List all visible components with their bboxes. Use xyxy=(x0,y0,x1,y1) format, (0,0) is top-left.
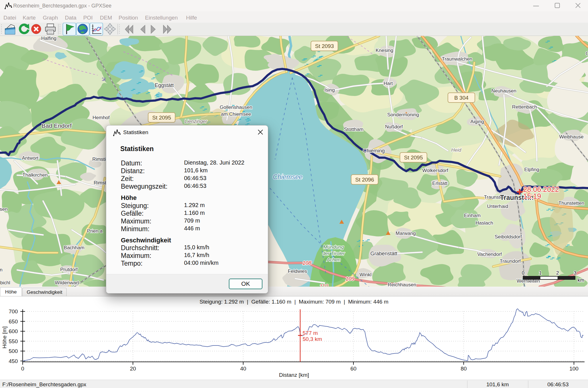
svg-text:20: 20 xyxy=(130,366,136,372)
svg-text:577 m: 577 m xyxy=(303,330,318,336)
svg-text:450: 450 xyxy=(9,358,18,364)
svg-text:60: 60 xyxy=(350,366,356,372)
svg-text:650: 650 xyxy=(9,318,18,325)
svg-text:700: 700 xyxy=(9,308,18,314)
svg-text:Distanz [km]: Distanz [km] xyxy=(279,372,309,378)
svg-text:0: 0 xyxy=(21,366,24,372)
svg-text:500: 500 xyxy=(9,348,18,354)
svg-text:40: 40 xyxy=(240,366,246,372)
svg-text:550: 550 xyxy=(9,338,18,344)
svg-text:100: 100 xyxy=(569,366,579,372)
svg-text:80: 80 xyxy=(461,366,467,372)
svg-text:600: 600 xyxy=(9,328,18,334)
svg-text:50,3 km: 50,3 km xyxy=(303,336,322,342)
svg-text:Höhe [m]: Höhe [m] xyxy=(1,326,7,348)
